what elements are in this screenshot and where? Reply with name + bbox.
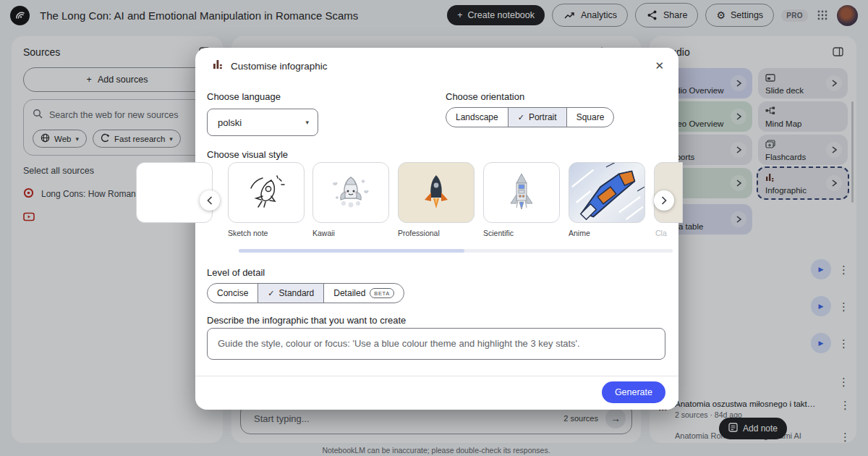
style-card-scientific[interactable] xyxy=(483,162,560,223)
style-card-partial-left[interactable] xyxy=(136,162,213,223)
style-label-sketch: Sketch note xyxy=(228,229,268,237)
orientation-portrait[interactable]: ✓ Portrait xyxy=(508,108,566,127)
describe-textarea[interactable] xyxy=(207,328,665,360)
kawaii-rocket-illustration xyxy=(328,174,373,211)
infographic-icon xyxy=(213,59,224,72)
orientation-landscape[interactable]: Landscape xyxy=(446,108,508,127)
orientation-square[interactable]: Square xyxy=(566,108,614,127)
style-card-sketch-note[interactable] xyxy=(228,162,305,223)
modal-title: Customise infographic xyxy=(231,61,647,72)
chevron-down-icon: ▾ xyxy=(305,119,309,126)
customise-infographic-modal: Customise infographic ✕ Choose language … xyxy=(195,48,678,410)
carousel-next-button[interactable] xyxy=(654,190,674,211)
scientific-rocket-illustration xyxy=(499,172,544,214)
language-label: Choose language xyxy=(207,91,281,102)
language-select[interactable]: polski ▾ xyxy=(207,109,318,136)
style-card-kawaii[interactable] xyxy=(312,162,389,223)
generate-button[interactable]: Generate xyxy=(602,381,665,403)
detail-concise[interactable]: Concise xyxy=(208,284,258,303)
visual-style-label: Choose visual style xyxy=(207,149,288,160)
detail-detailed[interactable]: Detailed BETA xyxy=(323,284,403,303)
detail-standard[interactable]: ✓ Standard xyxy=(258,284,323,303)
professional-rocket-illustration xyxy=(414,172,459,213)
carousel-scrollbar-thumb[interactable] xyxy=(239,249,464,253)
detail-label: Level of detail xyxy=(207,267,265,278)
style-label-scientific: Scientific xyxy=(483,229,514,237)
orientation-segmented-control: Landscape ✓ Portrait Square xyxy=(446,107,614,127)
style-label-partial: Cla xyxy=(655,229,667,237)
style-label-anime: Anime xyxy=(569,229,590,237)
beta-badge: BETA xyxy=(370,288,393,298)
notebooklm-app: The Long Con: AI and Emotional Manipulat… xyxy=(0,0,868,456)
modal-footer-divider xyxy=(195,376,678,376)
style-card-professional[interactable] xyxy=(398,162,475,223)
style-label-kawaii: Kawaii xyxy=(312,229,335,237)
check-icon: ✓ xyxy=(518,113,524,122)
style-carousel xyxy=(195,162,678,227)
sketch-rocket-illustration xyxy=(244,174,289,211)
describe-label: Describe the infographic that you want t… xyxy=(207,315,406,326)
detail-segmented-control: Concise ✓ Standard Detailed BETA xyxy=(207,283,404,303)
close-icon[interactable]: ✕ xyxy=(655,59,664,72)
style-card-anime[interactable] xyxy=(569,162,645,223)
style-label-professional: Professional xyxy=(398,229,440,237)
anime-rocket-illustration xyxy=(569,162,644,223)
carousel-prev-button[interactable] xyxy=(200,190,220,211)
check-icon: ✓ xyxy=(268,289,274,298)
orientation-label: Choose orientation xyxy=(446,91,524,102)
carousel-scrollbar[interactable] xyxy=(239,249,673,253)
